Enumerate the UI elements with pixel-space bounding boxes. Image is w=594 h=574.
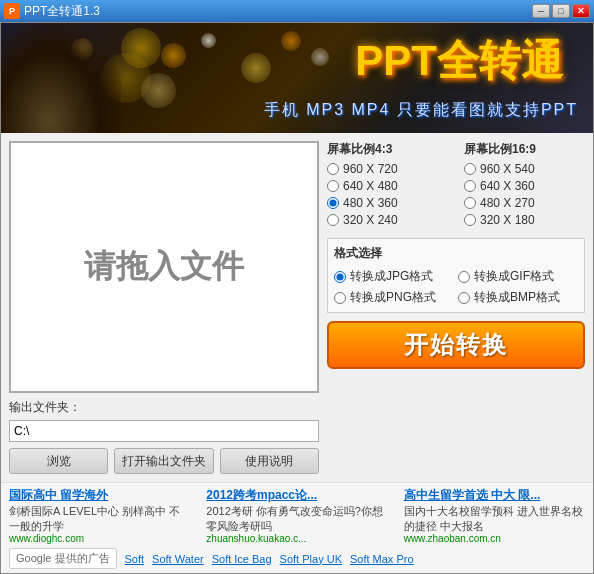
- ratio-43-option-1[interactable]: 640 X 480: [327, 179, 448, 193]
- ad-desc-0: 剑桥国际A LEVEL中心 别样高中 不一般的升学: [9, 504, 190, 533]
- ratio-169-radio-2[interactable]: [464, 197, 476, 209]
- ratio-169-label-1: 640 X 360: [480, 179, 535, 193]
- format-gif[interactable]: 转换成GIF格式: [458, 268, 578, 285]
- format-bmp-label: 转换成BMP格式: [474, 289, 560, 306]
- ratio-43-radio-0[interactable]: [327, 163, 339, 175]
- ad-desc-2: 国内十大名校留学预科 进入世界名校的捷径 中大报名: [404, 504, 585, 533]
- app-icon: P: [4, 3, 20, 19]
- banner: PPT全转通 手机 MP3 MP4 只要能看图就支持PPT: [1, 23, 593, 133]
- open-folder-button[interactable]: 打开输出文件夹: [114, 448, 213, 474]
- ratio-43-group: 屏幕比例4:3 960 X 720 640 X 480 480 X 360: [327, 141, 448, 230]
- ad-url-2: www.zhaoban.com.cn: [404, 533, 585, 544]
- ratio-169-option-1[interactable]: 640 X 360: [464, 179, 585, 193]
- format-bmp-radio[interactable]: [458, 292, 470, 304]
- ratio-43-label-2: 480 X 360: [343, 196, 398, 210]
- ad-url-1: zhuanshuo.kuakao.c...: [206, 533, 387, 544]
- ratio-169-option-3[interactable]: 320 X 180: [464, 213, 585, 227]
- drop-zone-text: 请拖入文件: [84, 245, 244, 289]
- format-grid: 转换成JPG格式 转换成GIF格式 转换成PNG格式 转换成BMP格式: [334, 268, 578, 306]
- drop-zone[interactable]: 请拖入文件: [9, 141, 319, 393]
- ad-row: 国际高中 留学海外 剑桥国际A LEVEL中心 别样高中 不一般的升学 www.…: [9, 487, 585, 544]
- ratio-169-option-0[interactable]: 960 X 540: [464, 162, 585, 176]
- manual-button[interactable]: 使用说明: [220, 448, 319, 474]
- ad-item-1: 2012跨考mpacc论... 2012考研 你有勇气改变命运吗?你想零风险考研…: [206, 487, 387, 544]
- browse-button[interactable]: 浏览: [9, 448, 108, 474]
- format-section: 格式选择 转换成JPG格式 转换成GIF格式 转换成PNG格式: [327, 238, 585, 313]
- ratio-settings: 屏幕比例4:3 960 X 720 640 X 480 480 X 360: [327, 141, 585, 230]
- ratio-43-option-2[interactable]: 480 X 360: [327, 196, 448, 210]
- title-bar-buttons: ─ □ ✕: [532, 4, 590, 18]
- soft-link-2[interactable]: Soft Ice Bag: [212, 553, 272, 565]
- soft-link-3[interactable]: Soft Play UK: [280, 553, 342, 565]
- ad-title-0[interactable]: 国际高中 留学海外: [9, 487, 190, 504]
- output-folder-label: 输出文件夹：: [9, 399, 319, 416]
- title-bar-left: P PPT全转通1.3: [4, 3, 100, 20]
- format-png-label: 转换成PNG格式: [350, 289, 436, 306]
- format-title: 格式选择: [334, 245, 578, 262]
- banner-subtitle: 手机 MP3 MP4 只要能看图就支持PPT: [264, 100, 578, 121]
- ratio-43-option-0[interactable]: 960 X 720: [327, 162, 448, 176]
- ad-title-1[interactable]: 2012跨考mpacc论...: [206, 487, 387, 504]
- ratio-43-label-0: 960 X 720: [343, 162, 398, 176]
- ratio-43-radio-2[interactable]: [327, 197, 339, 209]
- ad-item-2: 高中生留学首选 中大 限... 国内十大名校留学预科 进入世界名校的捷径 中大报…: [404, 487, 585, 544]
- ratio-43-label-3: 320 X 240: [343, 213, 398, 227]
- ratio-169-radio-0[interactable]: [464, 163, 476, 175]
- right-panel: 屏幕比例4:3 960 X 720 640 X 480 480 X 360: [327, 141, 585, 474]
- ratio-43-radio-3[interactable]: [327, 214, 339, 226]
- ad-title-2[interactable]: 高中生留学首选 中大 限...: [404, 487, 585, 504]
- ad-desc-1: 2012考研 你有勇气改变命运吗?你想零风险考研吗: [206, 504, 387, 533]
- minimize-button[interactable]: ─: [532, 4, 550, 18]
- format-gif-radio[interactable]: [458, 271, 470, 283]
- ad-bar: 国际高中 留学海外 剑桥国际A LEVEL中心 别样高中 不一般的升学 www.…: [1, 482, 593, 573]
- ad-item-0: 国际高中 留学海外 剑桥国际A LEVEL中心 别样高中 不一般的升学 www.…: [9, 487, 190, 544]
- output-folder-input[interactable]: [9, 420, 319, 442]
- format-jpg[interactable]: 转换成JPG格式: [334, 268, 454, 285]
- soft-link-1[interactable]: Soft Water: [152, 553, 204, 565]
- ad-url-0: www.dioghc.com: [9, 533, 190, 544]
- bottom-bar: Google 提供的广告 Soft Soft Water Soft Ice Ba…: [9, 548, 585, 569]
- soft-link-0[interactable]: Soft: [125, 553, 145, 565]
- format-png-radio[interactable]: [334, 292, 346, 304]
- format-bmp[interactable]: 转换成BMP格式: [458, 289, 578, 306]
- google-badge: Google 提供的广告: [9, 548, 117, 569]
- format-png[interactable]: 转换成PNG格式: [334, 289, 454, 306]
- output-folder-section: 输出文件夹：: [9, 399, 319, 442]
- ratio-169-option-2[interactable]: 480 X 270: [464, 196, 585, 210]
- left-panel: 请拖入文件 输出文件夹： 浏览 打开输出文件夹 使用说明: [9, 141, 319, 474]
- ratio-169-radio-3[interactable]: [464, 214, 476, 226]
- format-gif-label: 转换成GIF格式: [474, 268, 554, 285]
- format-jpg-radio[interactable]: [334, 271, 346, 283]
- soft-link-4[interactable]: Soft Max Pro: [350, 553, 414, 565]
- title-bar-text: PPT全转通1.3: [24, 3, 100, 20]
- action-buttons-row: 浏览 打开输出文件夹 使用说明: [9, 448, 319, 474]
- ratio-169-radio-1[interactable]: [464, 180, 476, 192]
- start-convert-button[interactable]: 开始转换: [327, 321, 585, 369]
- ratio-169-label-0: 960 X 540: [480, 162, 535, 176]
- ratio-43-radio-1[interactable]: [327, 180, 339, 192]
- title-bar: P PPT全转通1.3 ─ □ ✕: [0, 0, 594, 22]
- format-jpg-label: 转换成JPG格式: [350, 268, 433, 285]
- ratio-169-title: 屏幕比例16:9: [464, 141, 585, 158]
- close-button[interactable]: ✕: [572, 4, 590, 18]
- content-area: 请拖入文件 输出文件夹： 浏览 打开输出文件夹 使用说明 屏幕比例4:3: [1, 133, 593, 482]
- main-window: PPT全转通 手机 MP3 MP4 只要能看图就支持PPT 请拖入文件 输出文件…: [0, 22, 594, 574]
- ratio-169-group: 屏幕比例16:9 960 X 540 640 X 360 480 X 270: [464, 141, 585, 230]
- ratio-169-label-3: 320 X 180: [480, 213, 535, 227]
- maximize-button[interactable]: □: [552, 4, 570, 18]
- ratio-43-option-3[interactable]: 320 X 240: [327, 213, 448, 227]
- ratio-43-title: 屏幕比例4:3: [327, 141, 448, 158]
- banner-title: PPT全转通: [355, 33, 563, 89]
- ratio-169-label-2: 480 X 270: [480, 196, 535, 210]
- ratio-43-label-1: 640 X 480: [343, 179, 398, 193]
